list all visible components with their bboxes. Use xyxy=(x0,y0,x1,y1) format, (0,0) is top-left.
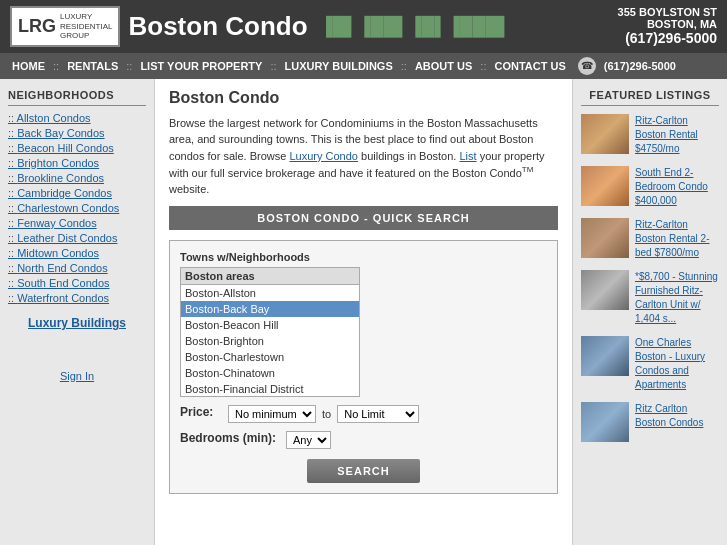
listing-item: *$8,700 - Stunning Furnished Ritz-Carlto… xyxy=(581,270,719,326)
listing-text-5[interactable]: One Charles Boston - Luxury Condos and A… xyxy=(635,336,719,392)
featured-heading: FEATURED LISTINGS xyxy=(581,89,719,106)
sidebar-midtown[interactable]: Midtown Condos xyxy=(8,247,146,259)
town-brighton[interactable]: Boston-Brighton xyxy=(181,333,359,349)
town-back-bay[interactable]: Boston-Back Bay xyxy=(181,301,359,317)
listing-item: Ritz-Carlton Boston Rental 2-bed $7800/m… xyxy=(581,218,719,260)
listing-item: South End 2-Bedroom Condo $400,000 xyxy=(581,166,719,208)
search-box: Towns w/Neighborhoods Boston areas Bosto… xyxy=(169,240,558,494)
quick-search-label: BOSTON CONDO - QUICK SEARCH xyxy=(257,212,470,224)
listing-thumb-4 xyxy=(581,270,629,310)
left-sidebar: NEIGHBORHOODS Allston Condos Back Bay Co… xyxy=(0,79,155,545)
address-block: 355 BOYLSTON ST BOSTON, MA (617)296-5000 xyxy=(618,6,717,46)
sidebar-signin[interactable]: Sign In xyxy=(8,370,146,382)
sidebar-back-bay[interactable]: Back Bay Condos xyxy=(8,127,146,139)
towns-label: Towns w/Neighborhoods xyxy=(180,251,547,263)
nav-rentals[interactable]: RENTALS xyxy=(61,56,124,76)
town-allston[interactable]: Boston-Allston xyxy=(181,285,359,301)
list-link[interactable]: List xyxy=(459,150,476,162)
logo-text: LUXURY RESIDENTIAL GROUP xyxy=(60,12,112,41)
listing-text-4[interactable]: *$8,700 - Stunning Furnished Ritz-Carlto… xyxy=(635,270,719,326)
price-min-select[interactable]: No minimum $100,000 $200,000 $300,000 $5… xyxy=(228,405,316,423)
town-financial-district[interactable]: Boston-Financial District xyxy=(181,381,359,397)
sidebar-leather-dist[interactable]: Leather Dist Condos xyxy=(8,232,146,244)
bedrooms-row: Bedrooms (min): Any 1 2 3 4 5+ xyxy=(180,431,547,449)
listing-item: Ritz-Carlton Boston Rental $4750/mo xyxy=(581,114,719,156)
sidebar-south-end[interactable]: South End Condos xyxy=(8,277,146,289)
town-charlestown[interactable]: Boston-Charlestown xyxy=(181,349,359,365)
bedrooms-label: Bedrooms (min): xyxy=(180,431,280,445)
search-button[interactable]: SEARCH xyxy=(307,459,419,483)
sidebar-fenway[interactable]: Fenway Condos xyxy=(8,217,146,229)
address-line2: BOSTON, MA xyxy=(618,18,717,30)
intro-paragraph: Browse the largest network for Condomini… xyxy=(169,115,558,198)
main-content: NEIGHBORHOODS Allston Condos Back Bay Co… xyxy=(0,79,727,545)
neighborhoods-heading: NEIGHBORHOODS xyxy=(8,89,146,106)
center-content: Boston Condo Browse the largest network … xyxy=(155,79,572,545)
town-beacon-hill[interactable]: Boston-Beacon Hill xyxy=(181,317,359,333)
sidebar-brighton[interactable]: Brighton Condos xyxy=(8,157,146,169)
nav-home[interactable]: HOME xyxy=(6,56,51,76)
phone-icon[interactable]: ☎ xyxy=(578,57,596,75)
price-max-select[interactable]: No Limit $200,000 $300,000 $500,000 $1,0… xyxy=(337,405,419,423)
logo-lrg: LRG xyxy=(18,16,56,37)
site-header: LRG LUXURY RESIDENTIAL GROUP Boston Cond… xyxy=(0,0,727,53)
town-chinatown[interactable]: Boston-Chinatown xyxy=(181,365,359,381)
sidebar-cambridge[interactable]: Cambridge Condos xyxy=(8,187,146,199)
logo-box: LRG LUXURY RESIDENTIAL GROUP xyxy=(10,6,120,47)
listing-item: One Charles Boston - Luxury Condos and A… xyxy=(581,336,719,392)
listing-thumb-5 xyxy=(581,336,629,376)
sidebar-waterfront[interactable]: Waterfront Condos xyxy=(8,292,146,304)
main-nav: HOME :: RENTALS :: LIST YOUR PROPERTY ::… xyxy=(0,53,727,79)
sidebar-brookline[interactable]: Brookline Condos xyxy=(8,172,146,184)
price-to-label: to xyxy=(322,408,331,420)
nav-luxury-buildings[interactable]: LUXURY BUILDINGS xyxy=(279,56,399,76)
listing-thumb-2 xyxy=(581,166,629,206)
sidebar-charlestown[interactable]: Charlestown Condos xyxy=(8,202,146,214)
listing-thumb-3 xyxy=(581,218,629,258)
nav-list-property[interactable]: LIST YOUR PROPERTY xyxy=(134,56,268,76)
sidebar-luxury-buildings[interactable]: Luxury Buildings xyxy=(8,316,146,330)
nav-contact-us[interactable]: CONTACT US xyxy=(488,56,571,76)
towns-group-header: Boston areas xyxy=(181,268,359,285)
search-button-wrapper: SEARCH xyxy=(180,459,547,483)
listing-item: Ritz Carlton Boston Condos xyxy=(581,402,719,442)
nav-phone: (617)296-5000 xyxy=(598,56,682,76)
bedrooms-select[interactable]: Any 1 2 3 4 5+ xyxy=(286,431,331,449)
site-title: Boston Condo xyxy=(128,11,307,42)
listing-thumb-6 xyxy=(581,402,629,442)
listing-text-3[interactable]: Ritz-Carlton Boston Rental 2-bed $7800/m… xyxy=(635,218,719,260)
sidebar-allston[interactable]: Allston Condos xyxy=(8,112,146,124)
price-row: Price: No minimum $100,000 $200,000 $300… xyxy=(180,405,547,423)
listing-thumb-1 xyxy=(581,114,629,154)
sidebar-north-end[interactable]: North End Condos xyxy=(8,262,146,274)
address-line1: 355 BOYLSTON ST xyxy=(618,6,717,18)
price-label: Price: xyxy=(180,405,222,419)
listing-text-6[interactable]: Ritz Carlton Boston Condos xyxy=(635,402,719,430)
quick-search-bar: BOSTON CONDO - QUICK SEARCH xyxy=(169,206,558,230)
logo-area: LRG LUXURY RESIDENTIAL GROUP Boston Cond… xyxy=(10,6,511,47)
phone-number: (617)296-5000 xyxy=(618,30,717,46)
page-title: Boston Condo xyxy=(169,89,558,107)
listing-text-2[interactable]: South End 2-Bedroom Condo $400,000 xyxy=(635,166,719,208)
listing-text-1[interactable]: Ritz-Carlton Boston Rental $4750/mo xyxy=(635,114,719,156)
towns-listbox[interactable]: Boston areas Boston-Allston Boston-Back … xyxy=(180,267,360,397)
skyline-icon: ▐█▌▐██▌▐█▌▐███▌ xyxy=(320,16,511,37)
sidebar-beacon-hill[interactable]: Beacon Hill Condos xyxy=(8,142,146,154)
luxury-condo-link[interactable]: Luxury Condo xyxy=(289,150,358,162)
nav-about-us[interactable]: ABOUT US xyxy=(409,56,478,76)
featured-listings-sidebar: FEATURED LISTINGS Ritz-Carlton Boston Re… xyxy=(572,79,727,545)
